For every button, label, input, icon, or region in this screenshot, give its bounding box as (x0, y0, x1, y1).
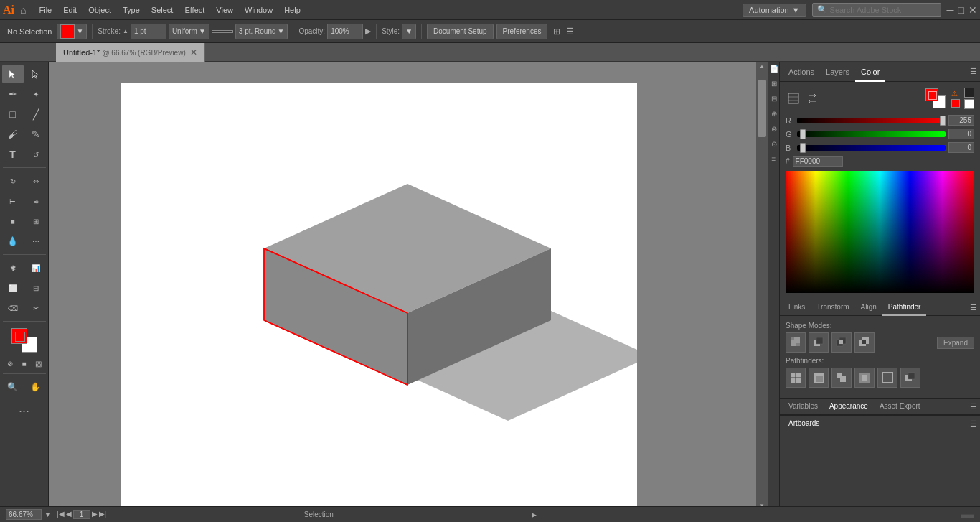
artboards-panel-menu-btn[interactable]: ☰ (970, 419, 977, 429)
exclude-btn[interactable] (854, 332, 875, 353)
opacity-value-input[interactable] (331, 27, 359, 35)
arrange-menu-icon[interactable]: ☰ (566, 27, 574, 37)
top-panel-menu-btn[interactable]: ☰ (970, 67, 977, 76)
anchor-tool[interactable]: ✦ (25, 85, 47, 103)
rectangle-tool[interactable]: □ (2, 105, 24, 123)
pen-tool[interactable]: ✒ (2, 85, 24, 103)
status-expand-arrow[interactable]: ▶ (532, 511, 537, 518)
next-page-btn[interactable]: ▶ (92, 510, 98, 519)
divide-btn[interactable] (786, 368, 806, 388)
trim-btn[interactable] (809, 368, 829, 388)
stroke-end-dropdown[interactable]: 3 pt. Round ▼ (235, 24, 288, 39)
r-value-input[interactable] (948, 115, 974, 126)
reflect-tool[interactable]: ⇔ (25, 172, 47, 190)
color-spectrum[interactable] (786, 171, 974, 293)
fg-swatch[interactable] (925, 88, 938, 101)
pencil-tool[interactable]: ✎ (25, 125, 47, 144)
minus-front-btn[interactable] (809, 332, 829, 353)
color-icon[interactable]: ■ (18, 357, 31, 370)
menu-effect[interactable]: Effect (179, 0, 210, 20)
spiral-tool[interactable]: ↺ (25, 145, 47, 164)
panel-icon-2[interactable]: ⊞ (771, 80, 777, 88)
gradient-icon[interactable]: ▨ (32, 357, 45, 370)
hex-input[interactable] (793, 156, 843, 167)
panel-icon-6[interactable]: ⊙ (771, 140, 777, 148)
tab-transform[interactable]: Transform (811, 299, 854, 316)
doc-setup-button[interactable]: Document Setup (427, 24, 494, 39)
menu-select[interactable]: Select (146, 0, 179, 20)
outline-btn[interactable] (877, 368, 897, 388)
canvas-svg[interactable] (121, 83, 637, 511)
tab-pathfinder[interactable]: Pathfinder (882, 299, 927, 316)
swap-icon[interactable] (804, 90, 820, 106)
scroll-v-thumb[interactable] (758, 80, 766, 137)
panel-icon-1[interactable]: 📄 (770, 65, 778, 73)
menu-window[interactable]: Window (239, 0, 278, 20)
blend-tool[interactable]: ⋯ (25, 232, 47, 251)
scissors-tool[interactable]: ✂ (25, 299, 47, 317)
type-tool[interactable]: T (2, 145, 24, 164)
artboard-tool[interactable]: ⬜ (2, 279, 24, 297)
arrange-icon[interactable]: ⊞ (553, 27, 560, 37)
merge-btn[interactable] (831, 368, 852, 388)
direct-selection-tool[interactable] (25, 65, 47, 83)
white-swatch[interactable] (964, 99, 974, 109)
panel-icon-3[interactable]: ⊟ (771, 95, 777, 103)
menu-file[interactable]: File (33, 0, 57, 20)
scroll-v-track[interactable] (758, 73, 766, 500)
gradient-tool[interactable]: ■ (2, 212, 24, 230)
g-value-input[interactable] (948, 129, 974, 139)
opacity-input-box[interactable] (327, 24, 363, 39)
stroke-input-box[interactable] (131, 24, 166, 39)
scroll-up-arrow[interactable]: ▲ (756, 62, 768, 71)
close-tab-button[interactable]: ✕ (190, 47, 197, 57)
mesh-tool[interactable]: ⊞ (25, 212, 47, 230)
g-slider-track[interactable] (797, 131, 946, 137)
line-tool[interactable]: ╱ (25, 105, 47, 123)
rotate-tool[interactable]: ↻ (2, 172, 24, 190)
tab-artboards[interactable]: Artboards (783, 415, 825, 432)
tab-variables[interactable]: Variables (783, 398, 824, 415)
eraser-tool[interactable]: ⌫ (2, 299, 24, 317)
zoom-input[interactable] (6, 509, 42, 520)
var-panel-menu-btn[interactable]: ☰ (970, 402, 977, 411)
prev-page-btn[interactable]: ◀ (66, 510, 72, 519)
tab-actions[interactable]: Actions (783, 62, 820, 82)
menu-type[interactable]: Type (117, 0, 146, 20)
first-page-btn[interactable]: |◀ (57, 510, 65, 519)
home-icon[interactable]: ⌂ (20, 4, 26, 16)
bottom-panel-menu-btn[interactable]: ☰ (970, 303, 977, 312)
menu-help[interactable]: Help (278, 0, 306, 20)
stroke-up-arrow[interactable]: ▲ (123, 28, 128, 34)
g-slider-thumb[interactable] (800, 129, 806, 139)
fill-swatch[interactable] (60, 24, 75, 39)
style-dropdown[interactable]: ▼ (402, 24, 416, 39)
search-stock-box[interactable]: 🔍 (812, 3, 941, 17)
unite-btn[interactable] (786, 332, 806, 353)
tab-align[interactable]: Align (855, 299, 882, 316)
menu-object[interactable]: Object (83, 0, 117, 20)
tab-asset-export[interactable]: Asset Export (874, 398, 926, 415)
tab-color[interactable]: Color (855, 62, 885, 82)
preferences-button[interactable]: Preferences (496, 24, 548, 39)
last-page-btn[interactable]: ▶| (99, 510, 107, 519)
tab-appearance[interactable]: Appearance (824, 398, 874, 415)
close-button[interactable]: ✕ (969, 4, 977, 16)
r-slider-track[interactable] (797, 118, 946, 123)
r-slider-thumb[interactable] (940, 116, 946, 126)
eyedropper-tool[interactable]: 💧 (2, 232, 24, 251)
menu-view[interactable]: View (210, 0, 239, 20)
document-tab[interactable]: Untitled-1* @ 66.67% (RGB/Preview) ✕ (56, 43, 205, 62)
web-color-icon[interactable] (951, 99, 960, 108)
symbol-tool[interactable]: ✱ (2, 258, 24, 277)
warp-tool[interactable]: ≋ (25, 192, 47, 210)
fill-color-dropdown[interactable]: ▼ (57, 24, 87, 39)
scroll-pos-thumb[interactable]: ▬ (961, 507, 974, 522)
gamut-warning-icon[interactable]: ⚠ (951, 90, 960, 98)
crop-btn[interactable] (854, 368, 875, 388)
opacity-expand-arrow[interactable]: ▶ (365, 27, 371, 36)
black-swatch[interactable] (964, 88, 974, 98)
minimize-button[interactable]: ─ (947, 4, 954, 16)
maximize-button[interactable]: □ (958, 4, 964, 16)
b-slider-thumb[interactable] (800, 143, 806, 153)
